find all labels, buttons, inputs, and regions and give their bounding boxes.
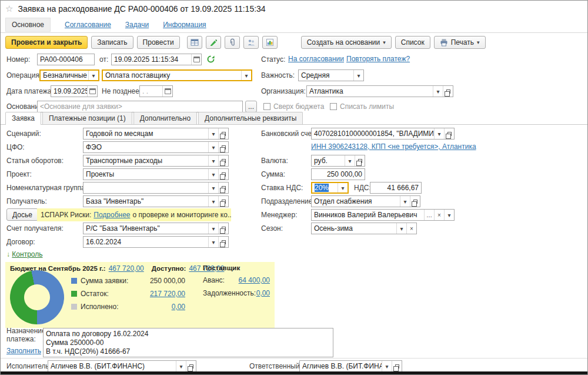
open-icon[interactable] (392, 361, 402, 371)
chevron-down-icon[interactable]: ▾ (338, 183, 348, 193)
tab-payment-positions[interactable]: Платежные позиции (1) (42, 112, 132, 124)
operation-combo[interactable]: Безналичные ▾ (39, 69, 99, 81)
approval-icon[interactable] (243, 36, 259, 49)
open-icon[interactable] (186, 361, 196, 371)
operation-kind-combo[interactable]: Оплата поставщику ▾ (102, 69, 252, 81)
department-combo[interactable]: Отдел снабжения ▾ (311, 195, 420, 207)
turnover-item-combo[interactable]: Транспортные расходы ▾ (83, 155, 229, 167)
nomenclature-group-combo[interactable]: ▾ (83, 182, 229, 194)
open-icon[interactable] (218, 128, 228, 139)
basis-input[interactable] (38, 101, 242, 112)
chevron-down-icon[interactable]: ▾ (208, 237, 218, 247)
tab-dop-rekvizity[interactable]: Дополнительные реквизиты (198, 112, 303, 124)
payment-purpose-textarea[interactable]: Оплата по договору 16.02.2024 Сумма 2500… (43, 328, 333, 357)
open-icon[interactable] (218, 142, 228, 152)
budget-value-link[interactable]: 467 720,00 (109, 264, 144, 273)
contract-combo[interactable]: 16.02.2024 ▾ (83, 236, 229, 248)
open-icon[interactable] (355, 155, 365, 166)
chevron-down-icon[interactable]: ▾ (241, 71, 251, 80)
refresh-icon[interactable] (206, 55, 215, 65)
open-icon[interactable] (218, 196, 228, 207)
project-combo[interactable]: Проекты ▾ (83, 168, 229, 180)
chevron-down-icon[interactable]: ▾ (400, 196, 410, 207)
create-based-on-button[interactable]: Создать на основании ▾ (301, 36, 392, 49)
amount-field[interactable]: 250 000,00 (311, 168, 365, 180)
chevron-down-icon[interactable]: ▾ (88, 71, 98, 80)
repeat-payment-link[interactable]: Повторять платеж? (346, 55, 410, 63)
post-button[interactable]: Провести (137, 36, 180, 49)
write-button[interactable]: Записать (91, 36, 133, 49)
report-icon[interactable] (262, 36, 278, 49)
bank-account-combo[interactable]: 40702810100000001854, "ВЛАДИМИРСКИЙ" ФБ … (311, 128, 455, 140)
open-icon[interactable] (218, 223, 228, 234)
dossier-button[interactable]: Досье (6, 208, 38, 221)
postings-icon[interactable] (187, 36, 202, 49)
number-field[interactable]: РА00-000406 (37, 54, 95, 65)
vat-rate-combo[interactable]: 20% ▾ (311, 182, 349, 194)
write-off-limits-checkbox[interactable] (330, 103, 337, 110)
open-icon[interactable] (218, 169, 228, 180)
scenario-combo[interactable]: Годовой по месяцам ▾ (83, 128, 229, 140)
chevron-down-icon[interactable]: ▾ (353, 70, 363, 81)
chevron-down-icon[interactable]: ▾ (208, 142, 218, 152)
tab-soglasovanie[interactable]: Согласование (65, 21, 111, 29)
favorite-star-icon[interactable]: ☆ (5, 4, 13, 14)
chevron-down-icon[interactable]: ▾ (208, 196, 218, 207)
season-combo[interactable]: Осень-зима ▾ × (311, 223, 417, 234)
currency-combo[interactable]: руб. ▾ (311, 155, 365, 167)
clear-icon[interactable]: × (406, 223, 416, 234)
control-toggle[interactable]: ↓ Контроль (6, 250, 42, 258)
open-icon[interactable] (443, 86, 453, 97)
chevron-down-icon[interactable]: ▾ (396, 223, 406, 234)
responsible-combo[interactable]: Агличев В.В. (БИТ.ФИНАНС) ▾ (299, 360, 402, 372)
organization-combo[interactable]: Атлантика ▾ (306, 85, 453, 97)
not-later-field[interactable]: . . (139, 85, 173, 97)
inn-kpp-link[interactable]: ИНН 3906243128, КПП <не требуется>, Атла… (311, 142, 476, 151)
paperclip-icon[interactable] (225, 36, 240, 49)
open-icon[interactable] (410, 196, 420, 207)
open-icon[interactable] (218, 155, 228, 166)
spark-more-link[interactable]: Подробнее (93, 211, 130, 219)
clear-icon[interactable]: × (434, 210, 444, 220)
chevron-down-icon[interactable]: ▾ (208, 182, 218, 193)
over-budget-checkbox[interactable] (263, 103, 270, 110)
more-icon[interactable]: … (424, 210, 434, 220)
list-button[interactable]: Список (395, 36, 430, 49)
chevron-down-icon[interactable]: ▾ (208, 155, 218, 166)
advance-value-link[interactable]: 64 400,00 (211, 276, 270, 284)
legend-value-executed-link[interactable]: 0,00 (139, 303, 185, 311)
chevron-down-icon[interactable]: ▾ (176, 361, 186, 371)
chevron-down-icon[interactable]: ▾ (208, 128, 218, 139)
tab-informaciya[interactable]: Информация (163, 21, 206, 29)
chevron-down-icon[interactable]: ▾ (382, 361, 392, 371)
recipient-account-combo[interactable]: Р/С "База "Инвентарь" ▾ (83, 223, 229, 234)
tab-zadachi[interactable]: Задачи (125, 21, 149, 29)
cfo-combo[interactable]: ФЭО ▾ (83, 141, 229, 153)
open-icon[interactable] (444, 128, 454, 139)
chevron-down-icon[interactable]: ▾ (345, 155, 355, 166)
chevron-down-icon[interactable]: ▾ (434, 128, 444, 139)
calendar-icon[interactable] (191, 54, 201, 65)
chevron-down-icon[interactable]: ▾ (433, 86, 443, 97)
chevron-down-icon[interactable]: ▾ (208, 169, 218, 180)
basis-more-button[interactable]: ... (245, 101, 257, 112)
legend-value-remainder-link[interactable]: 217 720,00 (139, 290, 185, 298)
importance-combo[interactable]: Средняя ▾ (298, 69, 364, 81)
chevron-down-icon[interactable]: ▾ (208, 223, 218, 234)
recipient-combo[interactable]: База "Инвентарь" ▾ (83, 195, 229, 207)
manager-combo[interactable]: Винников Валерий Валерьевич … × ▾ (311, 209, 455, 221)
executor-combo[interactable]: Агличев В.В. (БИТ.ФИНАНС) ▾ (48, 360, 196, 372)
calendar-icon[interactable] (87, 86, 97, 97)
print-button[interactable]: Печать ▾ (434, 36, 486, 49)
open-icon[interactable] (218, 182, 228, 193)
tab-dopolnitelno[interactable]: Дополнительно (133, 112, 197, 124)
status-link[interactable]: На согласовании (288, 55, 344, 63)
tab-zayavka[interactable]: Заявка (5, 112, 41, 125)
calendar-icon[interactable] (162, 86, 172, 97)
debt-value-link[interactable]: 0,00 (211, 289, 270, 297)
open-icon[interactable] (218, 237, 228, 247)
basis-field[interactable] (37, 101, 243, 112)
tab-osnovnoe[interactable]: Основное (5, 18, 51, 32)
fill-link[interactable]: Заполнить (6, 347, 41, 355)
vat-field[interactable]: 41 666,67 (370, 182, 422, 194)
